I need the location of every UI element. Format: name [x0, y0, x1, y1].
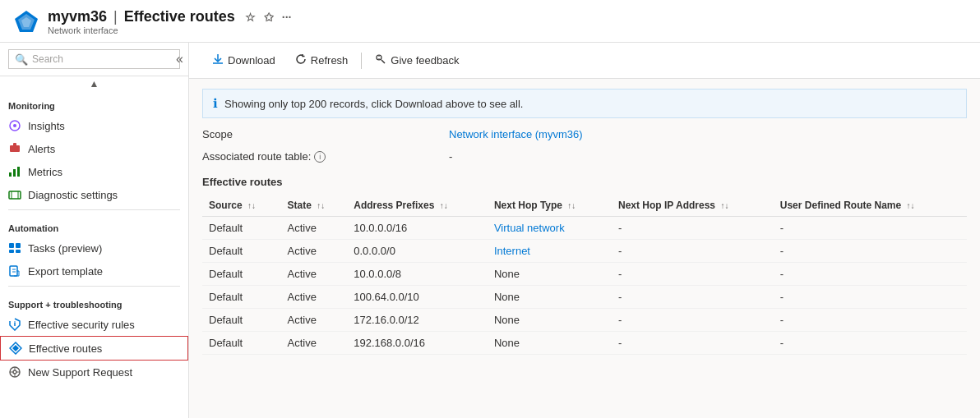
export-icon	[8, 264, 21, 278]
svg-rect-16	[16, 250, 21, 253]
give-feedback-label: Give feedback	[391, 54, 459, 67]
insights-label: Insights	[28, 120, 65, 132]
svg-marker-23	[12, 345, 19, 351]
svg-rect-8	[13, 169, 16, 177]
cell-hop-type-0[interactable]: Virtual network	[488, 217, 612, 240]
cell-address-2: 10.0.0.0/8	[347, 263, 488, 286]
cell-source-1: Default	[202, 240, 281, 263]
col-header-address-prefixes[interactable]: Address Prefixes ↑↓	[347, 195, 488, 217]
cell-hop-type-2: None	[488, 263, 612, 286]
cell-hop-ip-5: -	[612, 332, 774, 355]
sidebar-collapse-button[interactable]: «	[173, 50, 187, 68]
refresh-label: Refresh	[311, 54, 349, 67]
cell-address-4: 172.16.0.0/12	[347, 309, 488, 332]
sidebar-item-tasks[interactable]: Tasks (preview)	[0, 237, 188, 260]
cell-address-5: 192.168.0.0/16	[347, 332, 488, 355]
resource-name: myvm36	[48, 8, 107, 25]
cell-user-defined-1: -	[774, 240, 967, 263]
scope-value[interactable]: Network interface (myvm36)	[449, 128, 583, 140]
give-feedback-button[interactable]: Give feedback	[365, 49, 469, 71]
sidebar-item-effective-routes[interactable]: Effective routes	[0, 336, 188, 361]
svg-point-25	[13, 370, 16, 374]
download-button[interactable]: Download	[202, 49, 285, 71]
header-title-group: myvm36 | Effective routes ☆ ✩ ··· Networ…	[48, 8, 291, 35]
table-row: Default Active 100.64.0.0/10 None - -	[202, 286, 967, 309]
svg-rect-7	[9, 172, 12, 177]
cell-user-defined-4: -	[774, 309, 967, 332]
cell-hop-ip-3: -	[612, 286, 774, 309]
cell-source-0: Default	[202, 217, 281, 240]
table-row: Default Active 172.16.0.0/12 None - -	[202, 309, 967, 332]
effective-routes-icon	[9, 342, 22, 355]
insights-icon	[8, 119, 21, 132]
sidebar-item-effective-security-rules[interactable]: Effective security rules	[0, 313, 188, 336]
tasks-icon	[8, 241, 21, 255]
cell-hop-ip-4: -	[612, 309, 774, 332]
cell-hop-ip-1: -	[612, 240, 774, 263]
page-name: Effective routes	[124, 8, 235, 25]
col-header-source[interactable]: Source ↑↓	[202, 195, 281, 217]
table-header-row: Source ↑↓ State ↑↓ Address Prefixes ↑↓ N…	[202, 195, 967, 217]
info-icon: ℹ	[213, 96, 218, 111]
assoc-info-icon[interactable]: i	[314, 151, 326, 163]
header-subtitle: Network interface	[48, 25, 291, 35]
pin-icon[interactable]: ☆	[245, 11, 256, 24]
cell-user-defined-5: -	[774, 332, 967, 355]
info-message: Showing only top 200 records, click Down…	[224, 98, 524, 110]
svg-rect-17	[10, 266, 17, 276]
diagnostic-icon	[8, 188, 21, 201]
azure-icon	[13, 9, 39, 35]
table-row: Default Active 0.0.0.0/0 Internet - -	[202, 240, 967, 263]
cell-hop-type-3: None	[488, 286, 612, 309]
support-icon	[8, 365, 21, 379]
svg-rect-6	[13, 143, 16, 146]
assoc-label-text: Associated route table:	[202, 150, 311, 163]
effective-security-rules-label: Effective security rules	[28, 319, 135, 331]
alerts-icon	[8, 142, 21, 155]
col-header-next-hop-type[interactable]: Next Hop Type ↑↓	[488, 195, 612, 217]
cell-source-5: Default	[202, 332, 281, 355]
favorite-icon[interactable]: ✩	[264, 11, 274, 24]
sidebar-item-diagnostic-settings[interactable]: Diagnostic settings	[0, 183, 188, 206]
toolbar: Download Refresh Give feedback	[189, 43, 980, 79]
sidebar-item-metrics[interactable]: Metrics	[0, 160, 188, 183]
refresh-button[interactable]: Refresh	[285, 49, 358, 71]
tasks-label: Tasks (preview)	[28, 242, 102, 255]
sidebar-item-export-template[interactable]: Export template	[0, 260, 188, 282]
col-header-user-defined[interactable]: User Defined Route Name ↑↓	[774, 195, 967, 217]
cell-state-5: Active	[281, 332, 348, 355]
cell-address-1: 0.0.0.0/0	[347, 240, 488, 263]
effective-routes-section-label: Effective routes	[189, 172, 980, 195]
cell-hop-type-1[interactable]: Internet	[488, 240, 612, 263]
col-header-state[interactable]: State ↑↓	[281, 195, 348, 217]
metrics-icon	[8, 165, 21, 178]
cell-user-defined-2: -	[774, 263, 967, 286]
cell-source-3: Default	[202, 286, 281, 309]
more-icon[interactable]: ···	[282, 11, 292, 24]
cell-hop-ip-0: -	[612, 217, 774, 240]
divider-automation	[8, 209, 180, 210]
sidebar-item-new-support-request[interactable]: New Support Request	[0, 361, 188, 384]
new-support-request-label: New Support Request	[28, 366, 132, 379]
sidebar-item-alerts[interactable]: Alerts	[0, 137, 188, 160]
section-label-support: Support + troubleshooting	[0, 290, 188, 313]
cell-hop-ip-2: -	[612, 263, 774, 286]
refresh-icon	[295, 53, 307, 67]
svg-rect-15	[9, 250, 14, 253]
download-label: Download	[228, 54, 275, 67]
feedback-icon	[375, 53, 386, 67]
download-icon	[212, 53, 224, 67]
alerts-label: Alerts	[28, 143, 55, 155]
routes-table-wrap: Source ↑↓ State ↑↓ Address Prefixes ↑↓ N…	[189, 195, 980, 368]
sidebar-item-insights[interactable]: Insights	[0, 114, 188, 137]
search-icon: 🔍	[15, 53, 28, 66]
associated-route-table-row: Associated route table: i -	[189, 145, 980, 172]
svg-point-21	[14, 321, 16, 323]
header-action-icons: ☆ ✩ ···	[245, 11, 292, 24]
search-input[interactable]	[8, 49, 180, 69]
cell-address-0: 10.0.0.0/16	[347, 217, 488, 240]
sidebar-scroll-up: ▲	[0, 76, 188, 91]
sidebar-search-area: 🔍 «	[0, 43, 188, 76]
col-header-next-hop-ip[interactable]: Next Hop IP Address ↑↓	[612, 195, 774, 217]
assoc-value: -	[449, 150, 452, 163]
